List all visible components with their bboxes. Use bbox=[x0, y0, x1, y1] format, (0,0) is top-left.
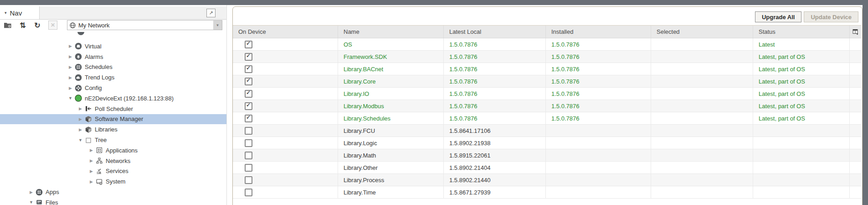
tree-item-services[interactable]: ▶Services bbox=[0, 166, 226, 177]
table-row[interactable]: Library.Modbus1.5.0.78761.5.0.7876Latest… bbox=[233, 100, 861, 112]
expand-arrow-icon[interactable]: ▶ bbox=[88, 179, 94, 184]
on-device-checkbox[interactable] bbox=[245, 53, 252, 61]
name-cell: Library.Logic bbox=[338, 137, 444, 149]
on-device-checkbox[interactable] bbox=[245, 115, 252, 122]
new-folder-icon bbox=[4, 21, 12, 29]
on-device-checkbox[interactable] bbox=[245, 189, 252, 196]
tree-item-software-manager[interactable]: ▶Software Manager bbox=[0, 114, 226, 125]
installed-cell: 1.5.0.7876 bbox=[546, 38, 651, 50]
expand-arrow-icon[interactable]: ▶ bbox=[88, 158, 94, 163]
expand-arrow-icon[interactable]: ▶ bbox=[88, 169, 94, 173]
refresh-icon[interactable]: ↻ bbox=[33, 21, 42, 30]
expand-arrow-icon[interactable]: ▶ bbox=[77, 106, 83, 111]
expand-arrow-icon[interactable]: ▶ bbox=[88, 148, 94, 152]
latest-local-cell: 1.5.8671.27939 bbox=[444, 186, 546, 198]
name-cell: Library.Math bbox=[338, 149, 444, 161]
column-header-latest-local[interactable]: Latest Local bbox=[444, 26, 546, 38]
name-cell: Library.Other bbox=[338, 162, 444, 173]
tree-item-files[interactable]: ▼Files bbox=[0, 197, 226, 205]
expand-arrow-icon[interactable]: ▶ bbox=[67, 65, 73, 69]
tree-item-config[interactable]: ▶Config bbox=[0, 83, 226, 93]
tree-item-virtual[interactable]: ▶Virtual bbox=[0, 41, 226, 52]
collapse-arrow-icon[interactable]: ▼ bbox=[77, 138, 83, 142]
tree-item-ne2deviceext-192-168-1-123-88[interactable]: ▼nE2DeviceExt (192.168.1.123:88) bbox=[0, 93, 226, 104]
expand-arrow-icon[interactable]: ▶ bbox=[67, 86, 73, 90]
tree-item-apps[interactable]: ▶Apps bbox=[0, 187, 226, 197]
row-end-cell bbox=[850, 51, 861, 63]
on-device-cell bbox=[233, 112, 338, 124]
row-end-cell bbox=[850, 149, 861, 161]
table-row[interactable]: Library.BACnet1.5.0.78761.5.0.7876Latest… bbox=[233, 63, 861, 75]
table-row[interactable]: Library.Math1.5.8915.22061 bbox=[233, 149, 861, 162]
status-cell: Latest, part of OS bbox=[753, 51, 850, 63]
on-device-cell bbox=[233, 63, 338, 75]
on-device-cell bbox=[233, 125, 338, 137]
sort-arrows-icon[interactable]: ⇅ bbox=[18, 21, 27, 30]
tree-item-networks[interactable]: ▶Networks bbox=[0, 156, 226, 166]
column-chooser-icon[interactable] bbox=[850, 26, 861, 38]
expand-arrow-icon[interactable]: ▶ bbox=[77, 127, 83, 132]
table-row[interactable]: OS1.5.0.78761.5.0.7876Latest bbox=[233, 38, 861, 51]
on-device-checkbox[interactable] bbox=[245, 139, 252, 147]
on-device-checkbox[interactable] bbox=[245, 152, 252, 159]
expand-arrow-icon[interactable]: ▶ bbox=[67, 44, 73, 48]
column-header-status[interactable]: Status bbox=[753, 26, 850, 38]
table-row[interactable]: Library.FCU1.5.8641.17106 bbox=[233, 125, 861, 137]
close-view-icon: ✕ bbox=[48, 21, 57, 30]
table-row[interactable]: Library.Core1.5.0.78761.5.0.7876Latest, … bbox=[233, 75, 861, 88]
expand-arrow-icon[interactable]: ▶ bbox=[77, 117, 83, 121]
expand-arrow-icon[interactable]: ▶ bbox=[67, 75, 73, 80]
on-device-checkbox[interactable] bbox=[245, 102, 252, 110]
tree-item-label: Alarms bbox=[85, 53, 103, 60]
on-device-checkbox[interactable] bbox=[245, 41, 252, 48]
tree-item-poll-scheduler[interactable]: ▶Poll Scheduler bbox=[0, 104, 226, 114]
on-device-checkbox[interactable] bbox=[245, 127, 252, 135]
column-header-installed[interactable]: Installed bbox=[546, 26, 651, 38]
collapse-arrow-icon[interactable]: ▼ bbox=[67, 96, 73, 100]
update-device-button[interactable]: Update Device bbox=[804, 11, 858, 22]
column-header-selected[interactable]: Selected bbox=[651, 26, 753, 38]
popout-panel-icon[interactable]: ↗ bbox=[206, 9, 216, 17]
on-device-cell bbox=[233, 137, 338, 149]
tab-menu-caret-icon[interactable]: ▾ bbox=[5, 11, 7, 15]
expand-arrow-icon[interactable]: ▶ bbox=[28, 190, 34, 194]
collapse-arrow-icon[interactable]: ▼ bbox=[28, 200, 34, 205]
upgrade-all-button[interactable]: Upgrade All bbox=[755, 11, 801, 22]
latest-local-cell: 1.5.0.7876 bbox=[444, 51, 546, 63]
tab-nav-label: Nav bbox=[10, 9, 22, 17]
new-folder-icon[interactable] bbox=[3, 21, 12, 30]
table-row[interactable]: Library.Schedules1.5.0.78761.5.0.7876Lat… bbox=[233, 112, 861, 125]
tree-item-label: Schedules bbox=[85, 63, 113, 70]
table-row[interactable]: Library.Logic1.5.8902.21938 bbox=[233, 137, 861, 149]
on-device-checkbox[interactable] bbox=[245, 78, 252, 85]
table-row[interactable]: Library.Time1.5.8671.27939 bbox=[233, 186, 861, 199]
row-end-cell bbox=[850, 63, 861, 75]
on-device-checkbox[interactable] bbox=[245, 176, 252, 184]
on-device-checkbox[interactable] bbox=[245, 65, 252, 73]
chevron-down-icon[interactable]: ▼ bbox=[213, 21, 222, 30]
table-row[interactable]: Framework.SDK1.5.0.78761.5.0.7876Latest,… bbox=[233, 51, 861, 63]
on-device-checkbox[interactable] bbox=[245, 164, 252, 172]
installed-cell bbox=[546, 174, 651, 186]
table-row[interactable]: Library.Process1.5.8902.21440 bbox=[233, 174, 861, 186]
tree-item-applications[interactable]: ▶Applications bbox=[0, 145, 226, 156]
tree-item-alarms[interactable]: ▶Alarms bbox=[0, 52, 226, 62]
column-header-on-device[interactable]: On Device bbox=[233, 26, 338, 38]
on-device-checkbox[interactable] bbox=[245, 90, 252, 98]
tree-item-system[interactable]: ▶System bbox=[0, 176, 226, 187]
column-header-name[interactable]: Name bbox=[338, 26, 444, 38]
tree-item-libraries[interactable]: ▶Libraries bbox=[0, 124, 226, 135]
on-device-cell bbox=[233, 38, 338, 50]
network-address-dropdown[interactable]: My Network ▼ bbox=[67, 20, 222, 30]
tree-item-schedules[interactable]: ▶Schedules bbox=[0, 62, 226, 73]
tree-item-label: Networks bbox=[106, 158, 130, 164]
installed-cell: 1.5.0.7876 bbox=[546, 100, 651, 112]
latest-local-cell: 1.5.0.7876 bbox=[444, 38, 546, 50]
tree-item-tree[interactable]: ▼Tree bbox=[0, 135, 226, 145]
tree-item-trend-logs[interactable]: ▶Trend Logs bbox=[0, 72, 226, 83]
tree-item-label: System bbox=[106, 178, 125, 185]
expand-arrow-icon[interactable]: ▶ bbox=[67, 54, 73, 59]
tab-nav[interactable]: ▾ Nav bbox=[0, 6, 40, 19]
table-row[interactable]: Library.IO1.5.0.78761.5.0.7876Latest, pa… bbox=[233, 88, 861, 100]
table-row[interactable]: Library.Other1.5.8902.21404 bbox=[233, 162, 861, 174]
